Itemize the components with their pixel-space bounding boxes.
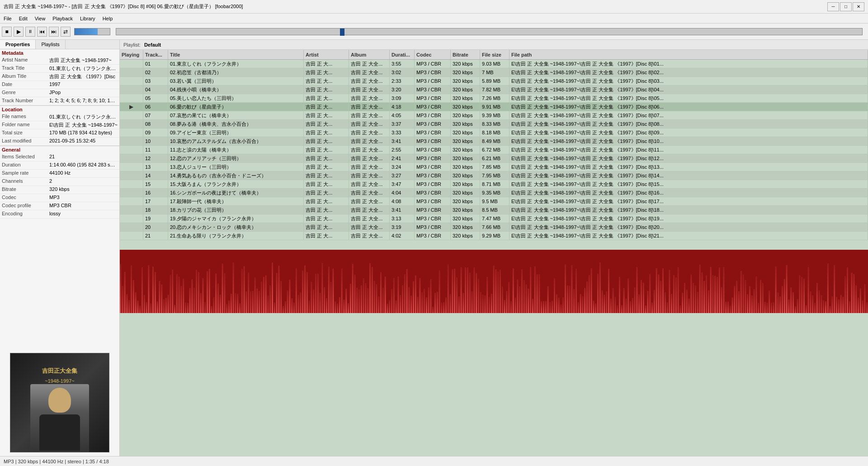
track-row[interactable]: 0101.東京しぐれ（フランク永井）吉田 正 大...吉田 正 大全...3:5… bbox=[120, 60, 868, 68]
track-row[interactable]: 0202.初恋笠（古都清乃）吉田 正 大...吉田 正 大全...3:02MP3… bbox=[120, 68, 868, 77]
col-header-filepath[interactable]: File path bbox=[509, 50, 868, 59]
svg-rect-233 bbox=[623, 288, 625, 313]
cell-duration: 2:41 bbox=[390, 154, 415, 162]
stop-button[interactable]: ■ bbox=[2, 27, 12, 37]
cell-artist: 吉田 正 大... bbox=[304, 171, 349, 180]
cell-bitrate: 320 kbps bbox=[451, 94, 480, 102]
track-row[interactable]: ▶0606.愛の歓び（星由里子）吉田 正 大...吉田 正 大全...4:18M… bbox=[120, 103, 868, 111]
menu-playback[interactable]: Playback bbox=[49, 15, 76, 22]
next-button[interactable]: ⏭ bbox=[49, 27, 59, 37]
svg-rect-232 bbox=[621, 305, 623, 313]
svg-rect-185 bbox=[519, 286, 520, 313]
track-row[interactable]: 0707.哀愁の果てに（橋幸夫）吉田 正 大...吉田 正 大全...4:05M… bbox=[120, 111, 868, 120]
track-row[interactable]: 1313.恋人ジュリー（三田明）吉田 正 大...吉田 正 大全...3:24M… bbox=[120, 163, 868, 171]
svg-rect-193 bbox=[537, 274, 538, 313]
svg-rect-243 bbox=[645, 305, 646, 313]
cell-bitrate: 320 kbps bbox=[451, 223, 480, 231]
random-button[interactable]: ⇄ bbox=[61, 27, 71, 37]
cell-duration: 4:18 bbox=[390, 103, 415, 111]
cell-artist: 吉田 正 大... bbox=[304, 111, 349, 119]
svg-rect-323 bbox=[819, 290, 820, 313]
svg-rect-88 bbox=[309, 300, 310, 313]
track-row[interactable]: 1717.殺陣師一代（橋幸夫）吉田 正 大...吉田 正 大全...4:08MP… bbox=[120, 197, 868, 206]
menu-help[interactable]: Help bbox=[99, 15, 117, 22]
svg-rect-124 bbox=[387, 304, 388, 313]
seek-bar[interactable] bbox=[116, 28, 863, 35]
svg-rect-24 bbox=[170, 275, 171, 313]
svg-rect-281 bbox=[727, 302, 729, 313]
col-header-playing[interactable]: Playing bbox=[120, 50, 143, 59]
cell-filepath: E\吉田 正 大全集 ~1948-1997~\吉田 正 大全集 《1997》[D… bbox=[509, 120, 868, 128]
prop-row-track-number: Track Number 1; 2; 3; 4; 5; 6; 7; 8; 9; … bbox=[0, 97, 119, 105]
cell-filepath: E\吉田 正 大全集 ~1948-1997~\吉田 正 大全集 《1997》[D… bbox=[509, 197, 868, 205]
cell-playing bbox=[120, 154, 143, 162]
svg-rect-118 bbox=[374, 281, 375, 313]
minimize-button[interactable]: ─ bbox=[827, 2, 839, 11]
cell-filesize: 6.72 MB bbox=[480, 146, 509, 154]
svg-rect-21 bbox=[163, 300, 165, 313]
menu-view[interactable]: View bbox=[31, 15, 49, 22]
cell-filesize: 8.49 MB bbox=[480, 137, 509, 145]
svg-rect-219 bbox=[593, 301, 594, 313]
svg-rect-123 bbox=[385, 276, 386, 313]
prev-button[interactable]: ⏮ bbox=[37, 27, 47, 37]
cell-artist: 吉田 正 大... bbox=[304, 180, 349, 188]
track-row[interactable]: 0909.アイビー東京（三田明）吉田 正 大...吉田 正 大全...3:33M… bbox=[120, 128, 868, 137]
cell-artist: 吉田 正 大... bbox=[304, 206, 349, 214]
svg-rect-68 bbox=[265, 276, 267, 313]
prop-row-bitrate: Bitrate 320 kbps bbox=[0, 186, 119, 194]
tab-properties[interactable]: Properties bbox=[0, 40, 36, 49]
encoding-value: lossy bbox=[49, 211, 118, 218]
track-row[interactable]: 0303.若い翼（三田明）吉田 正 大...吉田 正 大全...2:33MP3 … bbox=[120, 77, 868, 86]
col-header-title[interactable]: Title bbox=[168, 50, 304, 59]
maximize-button[interactable]: □ bbox=[840, 2, 852, 11]
pause-button[interactable]: ⏸ bbox=[25, 27, 35, 37]
play-button[interactable]: ▶ bbox=[14, 27, 24, 37]
track-row[interactable]: 1111.志と涙の太陽（橋幸夫）吉田 正 大...吉田 正 大全...2:55M… bbox=[120, 146, 868, 154]
col-header-tracknum[interactable]: Track... bbox=[143, 50, 168, 59]
track-row[interactable]: 1414.勇気あるもの（吉永小百合・ドニーズ）吉田 正 大...吉田 正 大全.… bbox=[120, 171, 868, 180]
track-row[interactable]: 0808.夢みる港（橋幸夫、吉永小百合）吉田 正 大...吉田 正 大全...3… bbox=[120, 120, 868, 128]
track-row[interactable]: 1818.カリブの花（三田明）吉田 正 大...吉田 正 大全...3:41MP… bbox=[120, 206, 868, 214]
svg-rect-171 bbox=[489, 297, 490, 313]
col-header-filesize[interactable]: File size bbox=[480, 50, 509, 59]
svg-rect-302 bbox=[773, 302, 774, 313]
cell-filepath: E\吉田 正 大全集 ~1948-1997~\吉田 正 大全集 《1997》[D… bbox=[509, 68, 868, 76]
track-row[interactable]: 0505.美しい恋人たち（三田明）吉田 正 大...吉田 正 大全...3:09… bbox=[120, 94, 868, 103]
col-header-bitrate[interactable]: Bitrate bbox=[451, 50, 480, 59]
tab-playlists[interactable]: Playlists bbox=[36, 40, 65, 49]
col-header-codec[interactable]: Codec bbox=[415, 50, 451, 59]
track-row[interactable]: 1919.夕陽のジャマイカ（フランク永井）吉田 正 大...吉田 正 大全...… bbox=[120, 214, 868, 223]
svg-rect-127 bbox=[393, 278, 395, 313]
track-row[interactable]: 1616.シンガポールの夜は更けて（橋幸夫）吉田 正 大...吉田 正 大全..… bbox=[120, 189, 868, 197]
col-header-artist[interactable]: Artist bbox=[304, 50, 349, 59]
track-row[interactable]: 0404.残侠小唄（橋幸夫）吉田 正 大...吉田 正 大全...3:20MP3… bbox=[120, 86, 868, 94]
col-header-duration[interactable]: Durati... bbox=[390, 50, 415, 59]
svg-rect-299 bbox=[766, 303, 768, 313]
cell-tracknum: 02 bbox=[143, 68, 168, 76]
menu-file[interactable]: File bbox=[0, 15, 15, 22]
svg-rect-79 bbox=[289, 280, 290, 313]
cell-filesize: 6.21 MB bbox=[480, 154, 509, 162]
playlist-body[interactable]: 0101.東京しぐれ（フランク永井）吉田 正 大...吉田 正 大全...3:5… bbox=[120, 60, 868, 250]
prop-row-file-names: File names 01.東京しぐれ（フランク永井） bbox=[0, 113, 119, 121]
volume-bar[interactable] bbox=[74, 28, 110, 35]
col-header-album[interactable]: Album bbox=[349, 50, 390, 59]
close-button[interactable]: ✕ bbox=[853, 2, 864, 11]
svg-rect-166 bbox=[478, 279, 479, 313]
svg-rect-97 bbox=[328, 266, 330, 313]
track-row[interactable]: 2121.生命ある限り（フランク永井）吉田 正 大...吉田 正 大全...4:… bbox=[120, 232, 868, 240]
svg-rect-309 bbox=[788, 300, 789, 313]
svg-rect-53 bbox=[233, 262, 234, 313]
cell-filepath: E\吉田 正 大全集 ~1948-1997~\吉田 正 大全集 《1997》[D… bbox=[509, 232, 868, 240]
track-row[interactable]: 1010.哀愁のアムステルダム（吉永小百合）吉田 正 大...吉田 正 大全..… bbox=[120, 137, 868, 146]
svg-rect-108 bbox=[352, 264, 354, 313]
svg-rect-297 bbox=[762, 283, 764, 313]
svg-rect-315 bbox=[801, 277, 802, 313]
menu-library[interactable]: Library bbox=[76, 15, 99, 22]
track-row[interactable]: 1515.大阪ろまん（フランク永井）吉田 正 大...吉田 正 大全...3:4… bbox=[120, 180, 868, 189]
track-row[interactable]: 2020.恋のメキシカン・ロック（橋幸夫）吉田 正 大...吉田 正 大全...… bbox=[120, 223, 868, 232]
track-row[interactable]: 1212.恋のアメリアッチ（三田明）吉田 正 大...吉田 正 大全...2:4… bbox=[120, 154, 868, 163]
cell-title: 11.志と涙の太陽（橋幸夫） bbox=[168, 146, 304, 154]
menu-edit[interactable]: Edit bbox=[15, 15, 31, 22]
